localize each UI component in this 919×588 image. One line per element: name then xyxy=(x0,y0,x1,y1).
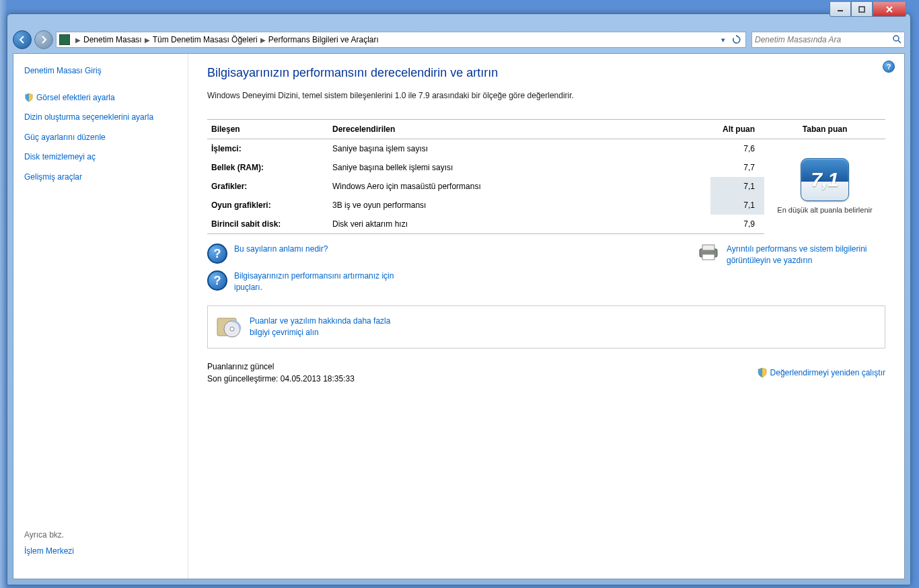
svg-point-6 xyxy=(714,251,716,253)
subscore-value: 7,7 xyxy=(710,158,764,177)
svg-rect-4 xyxy=(702,245,714,250)
sidebar-home-link[interactable]: Denetim Masası Giriş xyxy=(24,66,177,77)
component-rated: Saniye başına bellek işlemi sayısı xyxy=(328,158,710,177)
sidebar: Denetim Masası Giriş Görsel efektleri ay… xyxy=(13,54,188,579)
svg-rect-5 xyxy=(702,254,714,260)
subscore-value: 7,6 xyxy=(710,139,764,159)
see-also-label: Ayrıca bkz. xyxy=(24,530,177,540)
link-meaning[interactable]: Bu sayıların anlamı nedir? xyxy=(234,244,328,255)
minimize-button[interactable] xyxy=(830,2,851,17)
col-rated: Derecelendirilen xyxy=(328,120,710,139)
component-rated: Saniye başına işlem sayısı xyxy=(328,139,710,159)
sidebar-link-indexing[interactable]: Dizin oluşturma seçeneklerini ayarla xyxy=(24,112,177,123)
svg-point-9 xyxy=(230,327,234,331)
component-rated: Windows Aero için masaüstü performansı xyxy=(328,177,710,196)
content-area: Denetim Masası Giriş Görsel efektleri ay… xyxy=(13,53,905,579)
sidebar-link-power[interactable]: Güç ayarlarını düzenle xyxy=(24,133,177,143)
component-name: Bellek (RAM): xyxy=(207,158,328,177)
shield-icon xyxy=(24,93,34,102)
main-content: ? Bilgisayarınızın performansını derecel… xyxy=(188,54,904,579)
printer-icon xyxy=(697,244,720,261)
base-score-note: En düşük alt puanla belirlenir xyxy=(777,205,872,215)
history-dropdown[interactable]: ▾ xyxy=(717,34,729,46)
forward-button[interactable] xyxy=(34,30,53,49)
search-box[interactable] xyxy=(751,32,905,48)
component-rated: 3B iş ve oyun performansı xyxy=(328,196,710,215)
link-print-details[interactable]: Ayrıntılı performans ve sistem bilgileri… xyxy=(727,244,885,266)
desktop-edge xyxy=(0,0,7,588)
sidebar-link-action-center[interactable]: İşlem Merkezi xyxy=(24,546,177,557)
close-button[interactable] xyxy=(873,2,906,17)
base-score-badge: 7,1 xyxy=(801,158,849,201)
svg-rect-1 xyxy=(859,7,865,12)
help-links-row: ? Bu sayıların anlamı nedir? ? Bilgisaya… xyxy=(207,244,885,293)
chevron-right-icon[interactable]: ▶ xyxy=(260,36,266,44)
scores-current-label: Puanlarınız güncel xyxy=(207,361,355,373)
status-row: Puanlarınız güncel Son güncelleştirme: 0… xyxy=(207,361,885,385)
breadcrumb-item[interactable]: Performans Bilgileri ve Araçları xyxy=(268,35,379,44)
software-disc-icon xyxy=(216,314,242,340)
component-name: Oyun grafikleri: xyxy=(207,196,328,215)
col-subscore: Alt puan xyxy=(710,120,764,139)
control-panel-icon xyxy=(59,34,70,45)
help-button[interactable]: ? xyxy=(883,61,895,73)
subscore-value: 7,1 xyxy=(710,177,764,196)
last-updated-label: Son güncelleştirme: xyxy=(207,374,278,383)
sidebar-link-disk-cleanup[interactable]: Disk temizlemeyi aç xyxy=(24,152,177,163)
window-controls xyxy=(830,2,906,17)
nav-bar: ▶ Denetim Masası ▶ Tüm Denetim Masası Öğ… xyxy=(7,28,910,52)
page-heading: Bilgisayarınızın performansını derecelen… xyxy=(207,66,885,80)
shield-icon xyxy=(757,367,768,378)
col-component: Bileşen xyxy=(207,120,328,139)
control-panel-window: ▶ Denetim Masası ▶ Tüm Denetim Masası Öğ… xyxy=(7,13,911,585)
online-info-box: Puanlar ve yazılım hakkında daha fazla b… xyxy=(207,305,885,348)
last-updated-value: 04.05.2013 18:35:33 xyxy=(281,374,355,383)
subscore-value: 7,9 xyxy=(710,215,764,234)
subscore-value: 7,1 xyxy=(710,196,764,215)
search-input[interactable] xyxy=(755,35,892,44)
sidebar-link-advanced-tools[interactable]: Gelişmiş araçlar xyxy=(24,172,177,183)
chevron-right-icon[interactable]: ▶ xyxy=(75,36,81,44)
breadcrumb-item[interactable]: Denetim Masası xyxy=(83,35,142,44)
link-tips[interactable]: Bilgisayarınızın performansını artırmanı… xyxy=(234,270,396,293)
link-online-info[interactable]: Puanlar ve yazılım hakkında daha fazla b… xyxy=(250,316,411,338)
question-icon: ? xyxy=(207,244,227,264)
base-score-cell: 7,1En düşük alt puanla belirlenir xyxy=(764,139,885,234)
question-icon: ? xyxy=(207,270,227,291)
component-name: İşlemci: xyxy=(207,139,328,159)
component-name: Birincil sabit disk: xyxy=(207,215,328,234)
svg-rect-0 xyxy=(838,10,843,11)
score-table: Bileşen Derecelendirilen Alt puan Taban … xyxy=(207,119,885,234)
back-button[interactable] xyxy=(13,30,32,49)
page-description: Windows Deneyimi Dizini, temel sistem bi… xyxy=(207,91,885,100)
breadcrumb-item[interactable]: Tüm Denetim Masası Öğeleri xyxy=(153,35,258,44)
svg-point-2 xyxy=(893,36,899,41)
chevron-right-icon[interactable]: ▶ xyxy=(145,36,150,44)
title-bar[interactable] xyxy=(7,14,910,28)
search-icon[interactable] xyxy=(892,34,902,46)
link-rerun-assessment[interactable]: Değerlendirmeyi yeniden çalıştır xyxy=(770,368,885,377)
maximize-button[interactable] xyxy=(851,2,873,17)
table-row: İşlemci:Saniye başına işlem sayısı7,67,1… xyxy=(207,139,885,159)
refresh-button[interactable] xyxy=(731,34,743,46)
component-rated: Disk veri aktarım hızı xyxy=(328,215,710,234)
component-name: Grafikler: xyxy=(207,177,328,196)
col-base: Taban puan xyxy=(764,120,885,139)
address-bar[interactable]: ▶ Denetim Masası ▶ Tüm Denetim Masası Öğ… xyxy=(56,32,746,48)
sidebar-link-visual-effects[interactable]: Görsel efektleri ayarla xyxy=(36,93,115,104)
